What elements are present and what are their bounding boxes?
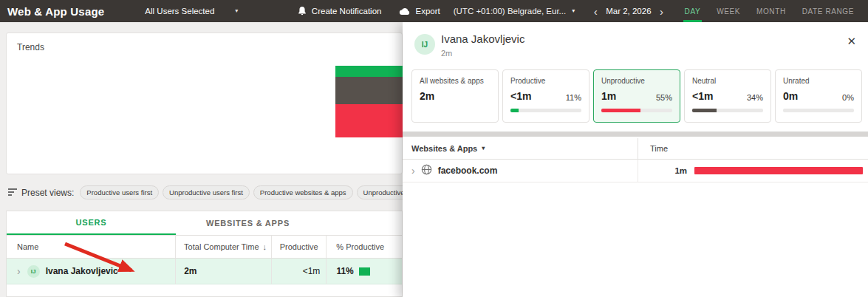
table-tabs: USERS WEBSITES & APPS bbox=[7, 211, 402, 236]
export-label: Export bbox=[415, 7, 440, 16]
chevron-down-icon: ▾ bbox=[482, 146, 485, 151]
tab-month[interactable]: MONTH bbox=[755, 0, 787, 22]
column-header-websites[interactable]: Websites & Apps ▾ bbox=[403, 138, 638, 159]
tab-date-range[interactable]: DATE RANGE bbox=[801, 0, 855, 22]
stat-cards-row: All websites & apps 2m Productive <1m 11… bbox=[411, 69, 862, 123]
total-time-label: Total Computer Time bbox=[184, 242, 259, 251]
column-header-productive[interactable]: Productive bbox=[271, 236, 327, 258]
timezone-select[interactable]: (UTC +01:00) Belgrade, Eur... ▾ bbox=[454, 7, 575, 16]
trends-title: Trends bbox=[17, 42, 402, 52]
page-title: Web & App Usage bbox=[7, 5, 104, 18]
productivity-mini-bar bbox=[359, 267, 370, 276]
create-notification-button[interactable]: Create Notification bbox=[297, 6, 382, 16]
previous-day-button[interactable]: ‹ bbox=[590, 5, 601, 18]
filter-list-icon bbox=[7, 186, 18, 199]
user-name: Ivana Jakovljevic bbox=[46, 266, 118, 276]
tab-users[interactable]: USERS bbox=[7, 211, 176, 235]
progress-bar bbox=[692, 109, 763, 112]
topbar: Web & App Usage All Users Selected ▾ Cre… bbox=[0, 0, 868, 22]
users-filter-label: All Users Selected bbox=[145, 7, 214, 16]
preset-chip-unproductive-users[interactable]: Unproductive users first bbox=[163, 185, 250, 199]
date-range-tabs: DAY WEEK MONTH DATE RANGE bbox=[677, 0, 862, 22]
expand-row-icon[interactable]: › bbox=[411, 165, 415, 176]
user-productive-time: <1m bbox=[271, 259, 327, 284]
column-header-name[interactable]: Name bbox=[7, 236, 175, 258]
stat-pct: 11% bbox=[566, 93, 581, 102]
cloud-icon bbox=[399, 7, 411, 16]
current-date: Mar 2, 2026 bbox=[606, 7, 651, 16]
tab-week[interactable]: WEEK bbox=[715, 0, 742, 22]
chevron-down-icon: ▾ bbox=[572, 8, 575, 14]
topbar-actions: Create Notification Export (UTC +01:00) … bbox=[297, 0, 868, 22]
trends-neutral-segment[interactable] bbox=[335, 77, 403, 104]
websites-table-header: Websites & Apps ▾ Time bbox=[403, 138, 868, 160]
stat-pct: 0% bbox=[842, 93, 854, 102]
export-button[interactable]: Export bbox=[399, 7, 440, 16]
column-header-pct-productive[interactable]: % Productive bbox=[326, 236, 402, 258]
chevron-down-icon: ▾ bbox=[235, 8, 238, 14]
trends-productive-segment[interactable] bbox=[335, 66, 403, 77]
panel-total-time: 2m bbox=[441, 49, 452, 58]
websites-header-label: Websites & Apps bbox=[411, 144, 477, 153]
stat-pct: 34% bbox=[747, 93, 763, 102]
users-filter-dropdown[interactable]: All Users Selected ▾ bbox=[145, 7, 238, 16]
avatar: IJ bbox=[414, 34, 435, 55]
time-bar bbox=[694, 167, 863, 174]
close-icon[interactable]: ✕ bbox=[847, 35, 856, 48]
stat-card-unrated[interactable]: Unrated 0m 0% bbox=[775, 69, 862, 123]
user-pct-productive: 11% bbox=[336, 266, 353, 276]
tab-websites-apps[interactable]: WEBSITES & APPS bbox=[176, 211, 320, 235]
sort-descending-icon: ↓ bbox=[263, 242, 267, 251]
stat-pct: 55% bbox=[656, 93, 672, 102]
stat-card-productive[interactable]: Productive <1m 11% bbox=[502, 69, 590, 123]
trends-card: Trends bbox=[6, 33, 403, 174]
progress-fill bbox=[692, 109, 717, 112]
trends-stacked-bar[interactable] bbox=[335, 66, 403, 137]
preset-views-label: Preset views: bbox=[21, 188, 74, 198]
website-row-facebook[interactable]: › facebook.com 1m bbox=[403, 160, 868, 182]
preset-views-bar: Preset views: Productive users first Unp… bbox=[7, 185, 464, 199]
avatar: IJ bbox=[27, 265, 40, 278]
stat-card-neutral[interactable]: Neutral <1m 34% bbox=[684, 69, 771, 123]
web-app-usage-page: Web & App Usage All Users Selected ▾ Cre… bbox=[0, 0, 868, 297]
stat-value: 0m bbox=[783, 90, 798, 102]
progress-fill bbox=[601, 109, 640, 112]
stat-value: <1m bbox=[510, 90, 531, 102]
bell-icon bbox=[297, 6, 307, 16]
website-time: 1m bbox=[638, 166, 687, 175]
user-detail-panel: IJ Ivana Jakovljevic 2m ✕ All websites &… bbox=[403, 22, 868, 297]
progress-bar bbox=[601, 109, 672, 112]
tab-day[interactable]: DAY bbox=[683, 0, 703, 22]
stat-value: 2m bbox=[420, 90, 434, 102]
stat-card-unproductive[interactable]: Unproductive 1m 55% bbox=[593, 69, 680, 123]
usage-table-card: USERS WEBSITES & APPS Name Total Compute… bbox=[6, 211, 403, 297]
progress-bar bbox=[510, 109, 581, 112]
expand-row-icon[interactable]: › bbox=[17, 266, 21, 276]
stat-label: Unproductive bbox=[601, 77, 672, 85]
column-header-time[interactable]: Time bbox=[638, 138, 868, 159]
stat-value: <1m bbox=[692, 90, 713, 102]
user-total-time: 2m bbox=[175, 259, 271, 284]
progress-fill bbox=[510, 109, 519, 112]
horizontal-scrollbar[interactable] bbox=[403, 132, 868, 137]
user-row-ivana[interactable]: › IJ Ivana Jakovljevic 2m <1m 11% bbox=[7, 259, 402, 284]
stat-label: Productive bbox=[510, 77, 581, 85]
website-name: facebook.com bbox=[438, 165, 498, 176]
users-table-header: Name Total Computer Time ↓ Productive % … bbox=[7, 236, 402, 259]
next-day-button[interactable]: › bbox=[656, 5, 668, 18]
stat-label: Neutral bbox=[692, 77, 763, 85]
trends-unproductive-segment[interactable] bbox=[335, 104, 403, 137]
progress-bar bbox=[783, 109, 854, 112]
stat-card-all[interactable]: All websites & apps 2m bbox=[411, 69, 499, 123]
globe-icon bbox=[421, 164, 432, 177]
panel-user-name: Ivana Jakovljevic bbox=[441, 33, 524, 45]
stat-label: All websites & apps bbox=[420, 77, 491, 85]
column-header-total-time[interactable]: Total Computer Time ↓ bbox=[175, 236, 271, 258]
preset-chip-productive-sites[interactable]: Productive websites & apps bbox=[253, 185, 353, 199]
create-notification-label: Create Notification bbox=[312, 7, 382, 16]
timezone-label: (UTC +01:00) Belgrade, Eur... bbox=[454, 7, 566, 16]
stat-label: Unrated bbox=[783, 77, 854, 85]
preset-chip-productive-users[interactable]: Productive users first bbox=[80, 185, 159, 199]
stat-value: 1m bbox=[601, 90, 616, 102]
